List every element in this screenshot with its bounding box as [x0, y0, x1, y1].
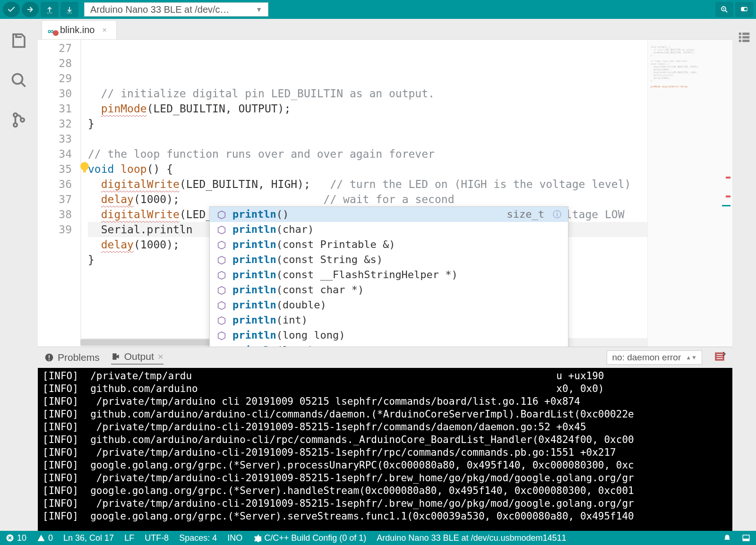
- search-icon[interactable]: [9, 71, 28, 90]
- code-line[interactable]: pinMode(LED_BUILTIN, OUTPUT);: [88, 101, 647, 116]
- autocomplete-item[interactable]: println(long): [210, 343, 568, 347]
- code-line[interactable]: // the loop function runs over and over …: [88, 146, 647, 162]
- notifications-icon[interactable]: [723, 534, 731, 542]
- method-icon: [216, 300, 227, 310]
- svg-point-4: [14, 113, 17, 117]
- method-icon: [216, 239, 227, 250]
- code-editor[interactable]: 27282930313233343536373839 // initialize…: [38, 40, 732, 347]
- verify-button[interactable]: [3, 2, 20, 17]
- board-selector-label: Arduino Nano 33 BLE at /dev/c…: [90, 4, 230, 15]
- autocomplete-item[interactable]: println(double): [210, 298, 568, 313]
- explorer-icon[interactable]: [9, 31, 28, 50]
- minimap-viewport-marker: [722, 205, 730, 206]
- output-channel-selector[interactable]: no: daemon error ▲▼: [607, 350, 702, 365]
- editor-tabbar: blink.ino ×: [38, 19, 732, 40]
- autocomplete-item[interactable]: println(const Printable &): [210, 237, 568, 252]
- panel-tab-output-label: Output: [124, 351, 154, 362]
- status-eol[interactable]: LF: [124, 533, 134, 543]
- line-number-gutter: 27282930313233343536373839: [38, 40, 80, 347]
- ino-file-icon: [48, 26, 57, 35]
- tab-filename: blink.ino: [60, 25, 94, 35]
- status-encoding[interactable]: UTF-8: [145, 533, 169, 543]
- autocomplete-item[interactable]: println(long long): [210, 328, 568, 343]
- import-button[interactable]: [60, 2, 78, 17]
- editor-tab-blink[interactable]: blink.ino ×: [42, 20, 117, 39]
- terminal-output[interactable]: [INFO] /private/tmp/ardu u +ux190 [INFO]…: [38, 368, 732, 531]
- right-rail: [732, 19, 756, 531]
- layout-toggle-icon[interactable]: [742, 534, 750, 542]
- svg-point-5: [14, 123, 17, 127]
- status-build-config[interactable]: C/C++ Build Config (0 of 1): [253, 533, 366, 543]
- method-icon: [216, 345, 227, 347]
- svg-rect-10: [739, 33, 741, 35]
- method-icon: [216, 270, 227, 280]
- minimap[interactable]: void setup() { // init LED_BUILTIN as ou…: [647, 40, 732, 347]
- chevron-down-icon: ▼: [256, 6, 262, 13]
- line-number: 33: [38, 131, 72, 146]
- status-cursor-position[interactable]: Ln 36, Col 17: [63, 533, 114, 543]
- autocomplete-item[interactable]: println() size_tⓘ: [210, 207, 568, 222]
- editor-area: blink.ino × 27282930313233343536373839 /…: [38, 19, 732, 347]
- autocomplete-item[interactable]: println(const char *): [210, 282, 568, 298]
- serial-monitor-button[interactable]: [735, 2, 753, 17]
- code-line[interactable]: // initialize digital pin LED_BUILTIN as…: [88, 86, 647, 101]
- export-button[interactable]: [41, 2, 59, 17]
- code-line[interactable]: [88, 131, 647, 146]
- method-icon: [216, 209, 227, 220]
- source-control-icon[interactable]: [9, 111, 28, 129]
- upload-button[interactable]: [22, 2, 39, 17]
- status-errors-count: 10: [17, 533, 26, 543]
- line-number: 29: [38, 71, 72, 86]
- line-number: 28: [38, 56, 72, 71]
- code-line[interactable]: delay(1000); // wait for a second: [88, 192, 647, 207]
- autocomplete-item[interactable]: println(const __FlashStringHelper *): [210, 267, 568, 282]
- info-icon[interactable]: ⓘ: [553, 207, 561, 222]
- outline-icon[interactable]: [736, 30, 752, 46]
- line-number: 39: [38, 222, 72, 237]
- method-icon: [216, 224, 227, 235]
- line-number: 27: [38, 41, 72, 56]
- serial-plotter-button[interactable]: [715, 2, 733, 17]
- clear-output-button[interactable]: [713, 350, 726, 365]
- svg-point-3: [13, 74, 23, 84]
- svg-rect-18: [743, 539, 749, 541]
- panel-tab-problems[interactable]: Problems: [44, 352, 100, 363]
- autocomplete-popup[interactable]: println() size_tⓘ println(char) println(…: [209, 206, 568, 347]
- panel-tab-problems-label: Problems: [58, 352, 100, 363]
- line-number: 30: [38, 86, 72, 101]
- close-panel-tab-icon[interactable]: ×: [158, 351, 163, 362]
- status-indentation[interactable]: Spaces: 4: [179, 533, 217, 543]
- svg-point-2: [744, 8, 747, 10]
- status-board[interactable]: Arduino Nano 33 BLE at /dev/cu.usbmodem1…: [377, 533, 566, 543]
- method-icon: [216, 285, 227, 295]
- method-icon: [216, 315, 227, 325]
- status-warnings-count: 0: [48, 533, 53, 543]
- minimap-error-marker: [726, 177, 730, 179]
- panel-tab-output[interactable]: Output ×: [111, 351, 163, 365]
- code-line[interactable]: void loop() {: [88, 162, 647, 177]
- line-number: 34: [38, 146, 72, 162]
- close-tab-icon[interactable]: ×: [102, 26, 106, 34]
- status-errors[interactable]: 10: [6, 533, 26, 543]
- line-number: 32: [38, 116, 72, 131]
- code-line[interactable]: }: [88, 116, 647, 131]
- line-number: 38: [38, 207, 72, 222]
- svg-rect-15: [742, 40, 749, 42]
- autocomplete-item[interactable]: println(const String &s): [210, 252, 568, 267]
- board-selector[interactable]: Arduino Nano 33 BLE at /dev/c… ▼: [84, 2, 268, 17]
- status-warnings[interactable]: 0: [37, 533, 53, 543]
- code-line[interactable]: digitalWrite(LED_BUILTIN, HIGH); // turn…: [88, 177, 647, 192]
- line-number: 37: [38, 192, 72, 207]
- line-number: 36: [38, 177, 72, 192]
- autocomplete-item[interactable]: println(char): [210, 222, 568, 237]
- panel-tabbar: Problems Output × no: daemon error ▲▼: [38, 347, 732, 368]
- svg-rect-13: [742, 33, 749, 35]
- bottom-panel: Problems Output × no: daemon error ▲▼ [I…: [38, 347, 732, 531]
- autocomplete-item[interactable]: println(int): [210, 313, 568, 328]
- status-language[interactable]: INO: [227, 533, 242, 543]
- svg-rect-14: [742, 36, 749, 39]
- line-number: 31: [38, 101, 72, 116]
- output-channel-label: no: daemon error: [612, 352, 681, 363]
- lightbulb-icon[interactable]: [80, 162, 89, 170]
- activity-bar: [0, 19, 38, 531]
